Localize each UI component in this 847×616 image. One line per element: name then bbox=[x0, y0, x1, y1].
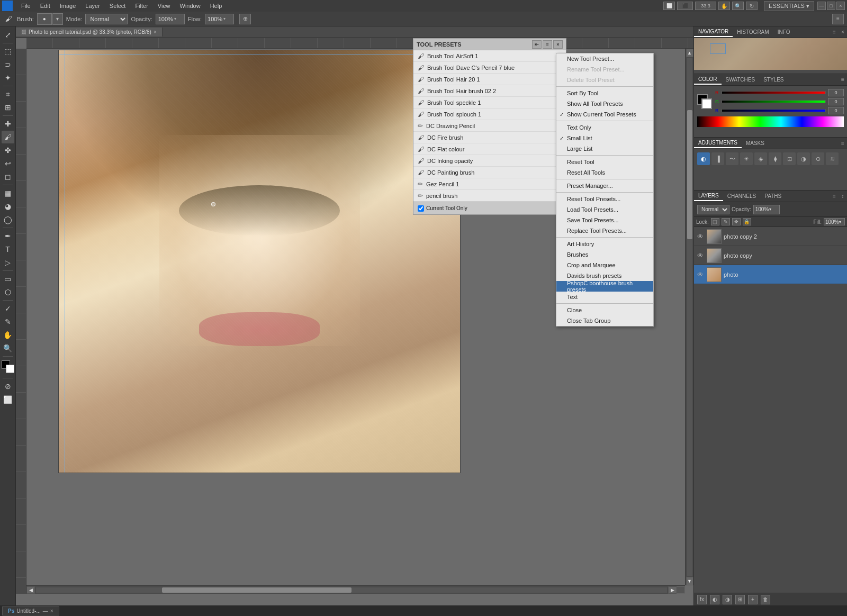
tp-item-12[interactable]: ✏ pencil brush bbox=[413, 190, 566, 202]
color-picker[interactable] bbox=[2, 360, 14, 376]
cm-sort-by-tool[interactable]: Sort By Tool bbox=[556, 88, 653, 98]
zoom-tool-icon[interactable]: 🔍 bbox=[732, 2, 744, 10]
rotate-tool-icon[interactable]: ↻ bbox=[746, 2, 758, 10]
healing-tool[interactable]: ✚ bbox=[2, 117, 14, 130]
layers-fill-value[interactable]: 100%▾ bbox=[824, 218, 845, 225]
color-tab[interactable]: COLOR bbox=[694, 75, 722, 85]
h-scroll-thumb[interactable] bbox=[162, 587, 352, 593]
scroll-corner[interactable] bbox=[677, 586, 685, 594]
taskbar-close-icon[interactable]: × bbox=[50, 608, 53, 614]
layer-visibility-0[interactable]: 👁 bbox=[696, 232, 705, 241]
type-tool[interactable]: T bbox=[2, 243, 14, 256]
shape-tool[interactable]: ▭ bbox=[2, 273, 14, 285]
brush-presets-icon[interactable]: ≡ bbox=[832, 14, 844, 24]
tp-close-btn[interactable]: × bbox=[553, 40, 563, 49]
screen-mode-tool[interactable]: ⬜ bbox=[2, 393, 14, 406]
cm-show-current[interactable]: ✓ Show Current Tool Presets bbox=[556, 109, 653, 120]
close-button[interactable]: × bbox=[836, 2, 845, 10]
quick-mask-tool[interactable]: ⊘ bbox=[2, 380, 14, 393]
cm-load-tool-presets[interactable]: Load Tool Presets... bbox=[556, 204, 653, 215]
menu-view[interactable]: View bbox=[154, 2, 175, 10]
histogram-tab[interactable]: HISTOGRAM bbox=[733, 28, 773, 37]
clone-tool[interactable]: ✤ bbox=[2, 144, 14, 157]
layer-row-1[interactable]: 👁 photo copy bbox=[694, 246, 847, 265]
marquee-tool[interactable]: ⬚ bbox=[2, 45, 14, 58]
v-scroll-track[interactable] bbox=[687, 58, 692, 576]
layer-group-button[interactable]: ⊞ bbox=[735, 595, 745, 604]
layer-visibility-1[interactable]: 👁 bbox=[696, 251, 705, 260]
lock-position-btn[interactable]: ✥ bbox=[732, 218, 741, 225]
cm-art-history[interactable]: Art History bbox=[556, 239, 653, 249]
tp-item-3[interactable]: 🖌 Brush Tool Hair brush 02 2 bbox=[413, 85, 566, 97]
cm-davids-brush[interactable]: Davids brush presets bbox=[556, 270, 653, 281]
v-scroll-down[interactable]: ▼ bbox=[686, 577, 693, 585]
h-scroll-right[interactable]: ▶ bbox=[668, 586, 677, 594]
tp-menu-btn[interactable]: ≡ bbox=[543, 40, 552, 49]
adj-panel-menu[interactable]: ≡ bbox=[839, 139, 847, 148]
pen-tool[interactable]: ✒ bbox=[2, 230, 14, 242]
panel-menu-icon[interactable]: ≡ bbox=[830, 28, 839, 37]
h-scroll-left[interactable]: ◀ bbox=[26, 586, 35, 594]
b-value[interactable]: 0 bbox=[828, 107, 844, 114]
brightness-adj-icon[interactable]: ◐ bbox=[697, 152, 710, 165]
menu-layer[interactable]: Layer bbox=[81, 2, 104, 10]
hsl-adj-icon[interactable]: ⧫ bbox=[769, 152, 781, 165]
v-scroll-thumb[interactable] bbox=[687, 110, 692, 240]
cm-replace-tool-presets[interactable]: Replace Tool Presets... bbox=[556, 225, 653, 236]
v-scrollbar[interactable]: ▲ ▼ bbox=[685, 49, 693, 585]
levels-adj-icon[interactable]: ▐ bbox=[711, 152, 724, 165]
menu-select[interactable]: Select bbox=[105, 2, 130, 10]
paths-tab[interactable]: PATHS bbox=[760, 192, 786, 201]
cm-delete-tool-preset[interactable]: Delete Tool Preset bbox=[556, 75, 653, 85]
exposure-adj-icon[interactable]: ☀ bbox=[740, 152, 753, 165]
gradient-tool[interactable]: ▦ bbox=[2, 187, 14, 200]
minimize-button[interactable]: — bbox=[817, 2, 826, 10]
masks-tab[interactable]: MASKS bbox=[742, 139, 769, 148]
path-select-tool[interactable]: ▷ bbox=[2, 256, 14, 269]
cm-text-only[interactable]: Text Only bbox=[556, 122, 653, 133]
color-panel-menu[interactable]: ≡ bbox=[839, 76, 847, 84]
cm-show-all[interactable]: Show All Tool Presets bbox=[556, 98, 653, 109]
dodge-tool[interactable]: ◯ bbox=[2, 213, 14, 226]
menu-help[interactable]: Help bbox=[206, 2, 227, 10]
brush-tool[interactable]: 🖌 bbox=[2, 131, 14, 143]
tp-item-9[interactable]: 🖌 DC Inking opacity bbox=[413, 155, 566, 167]
arrange-icon[interactable]: ⬛ bbox=[677, 2, 693, 10]
lock-all-btn[interactable]: 🔒 bbox=[743, 218, 751, 225]
layers-opacity-value[interactable]: 100%▾ bbox=[753, 205, 780, 214]
layer-visibility-2[interactable]: 👁 bbox=[696, 270, 705, 279]
g-slider[interactable] bbox=[722, 100, 826, 103]
tp-item-4[interactable]: 🖌 Brush Tool speckle 1 bbox=[413, 97, 566, 108]
layer-mask-button[interactable]: ◐ bbox=[710, 595, 719, 604]
crop-tool[interactable]: ⌗ bbox=[2, 88, 14, 101]
tp-expand-btn[interactable]: ⇤ bbox=[532, 40, 542, 49]
move-tool[interactable]: ⤢ bbox=[2, 29, 14, 41]
h-scroll-track[interactable] bbox=[36, 587, 667, 593]
photofilter-adj-icon[interactable]: ⊙ bbox=[812, 152, 824, 165]
3d-tool[interactable]: ⬡ bbox=[2, 286, 14, 298]
cm-text[interactable]: Text bbox=[556, 292, 653, 302]
essentials-button[interactable]: ESSENTIALS ▾ bbox=[764, 1, 814, 11]
bw-adj-icon[interactable]: ◑ bbox=[797, 152, 810, 165]
cm-reset-all-tools[interactable]: Reset All Tools bbox=[556, 167, 653, 178]
tp-item-8[interactable]: 🖌 DC Flat colour bbox=[413, 143, 566, 155]
channelmixer-adj-icon[interactable]: ≋ bbox=[826, 152, 839, 165]
v-scroll-up[interactable]: ▲ bbox=[686, 49, 693, 57]
layer-row-0[interactable]: 👁 photo copy 2 bbox=[694, 227, 847, 246]
menu-window[interactable]: Window bbox=[176, 2, 205, 10]
channels-tab[interactable]: CHANNELS bbox=[723, 192, 760, 201]
tp-item-10[interactable]: 🖌 DC Painting brush bbox=[413, 167, 566, 178]
layers-tab[interactable]: LAYERS bbox=[694, 191, 723, 201]
menu-file[interactable]: File bbox=[17, 2, 35, 10]
current-tool-only-checkbox[interactable] bbox=[418, 205, 424, 212]
bg-color-swatch[interactable] bbox=[701, 98, 712, 109]
tp-item-0[interactable]: 🖌 Brush Tool AirSoft 1 bbox=[413, 50, 566, 62]
cm-reset-tool[interactable]: Reset Tool bbox=[556, 157, 653, 167]
zoom-tool[interactable]: 🔍 bbox=[2, 342, 14, 355]
eraser-tool[interactable]: ◻ bbox=[2, 170, 14, 183]
layers-panel-menu[interactable]: ≡ bbox=[830, 192, 839, 201]
tp-item-11[interactable]: ✏ Gez Pencil 1 bbox=[413, 178, 566, 190]
r-value[interactable]: 0 bbox=[828, 89, 844, 96]
tp-item-6[interactable]: ✏ DC Drawing Pencil bbox=[413, 120, 566, 132]
note-tool[interactable]: ✎ bbox=[2, 315, 14, 328]
